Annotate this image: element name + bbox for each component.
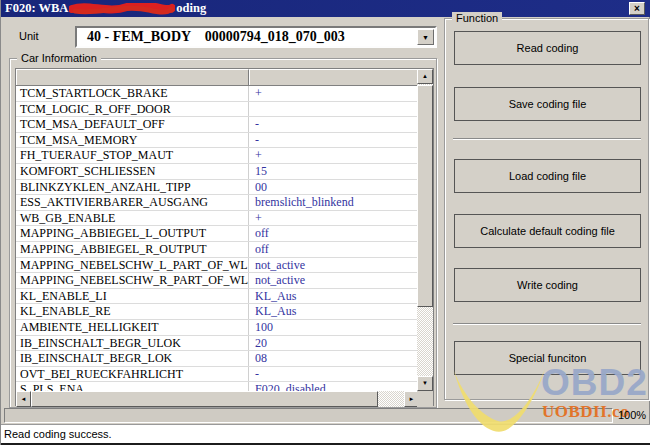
param-value: + <box>249 86 418 101</box>
param-value: 20 <box>249 336 418 351</box>
window-title-suffix: oding <box>176 1 206 16</box>
progress-bar <box>4 408 613 423</box>
param-name: TCM_MSA_DEFAULT_OFF <box>16 117 249 132</box>
param-name: FH_TUERAUF_STOP_MAUT <box>16 148 249 163</box>
unit-label: Unit <box>19 30 39 42</box>
param-value: 100 <box>249 320 418 335</box>
param-value: 00 <box>249 180 418 195</box>
param-value: - <box>249 367 418 382</box>
function-divider-2 <box>453 323 641 325</box>
param-value: - <box>249 133 418 148</box>
param-value: F020_disabled <box>249 382 418 391</box>
param-value: not_active <box>249 258 418 273</box>
param-value: off <box>249 226 418 241</box>
close-icon[interactable]: × <box>629 2 645 15</box>
table-row[interactable]: KL_ENABLE_LIKL_Aus <box>16 289 418 305</box>
param-name: MAPPING_ABBIEGEL_L_OUTPUT <box>16 226 249 241</box>
table-row[interactable]: IB_EINSCHALT_BEGR_ULOK20 <box>16 336 418 352</box>
special-function-button[interactable]: Special funciton <box>454 341 641 375</box>
table-row[interactable]: S_PLS_ENAF020_disabled <box>16 382 418 391</box>
param-value: bremslicht_blinkend <box>249 195 418 210</box>
status-message: Read coding success. <box>4 428 112 440</box>
coding-table: TCM_STARTLOCK_BRAKE+TCM_LOGIC_R_OFF_DOOR… <box>15 68 434 406</box>
param-value: off <box>249 242 418 257</box>
param-name: IB_EINSCHALT_BEGR_LOK <box>16 351 249 366</box>
calculate-default-coding-file-button[interactable]: Calculate default coding file <box>454 214 641 248</box>
param-name: MAPPING_ABBIEGEL_R_OUTPUT <box>16 242 249 257</box>
param-value: 08 <box>249 351 418 366</box>
table-row[interactable]: MAPPING_NEBELSCHW_R_PART_OF_WLnot_active <box>16 273 418 289</box>
param-value: + <box>249 211 418 226</box>
table-row[interactable]: MAPPING_ABBIEGEL_L_OUTPUToff <box>16 226 418 242</box>
table-row[interactable]: TCM_MSA_MEMORY- <box>16 133 418 149</box>
param-name: IB_EINSCHALT_BEGR_ULOK <box>16 336 249 351</box>
coding-table-header <box>16 69 418 86</box>
param-name: TCM_MSA_MEMORY <box>16 133 249 148</box>
scrollbar-corner <box>417 391 433 407</box>
param-name: BLINKZYKLEN_ANZAHL_TIPP <box>16 180 249 195</box>
table-row[interactable]: MAPPING_NEBELSCHW_L_PART_OF_WLnot_active <box>16 258 418 274</box>
param-value: + <box>249 148 418 163</box>
table-row[interactable]: AMBIENTE_HELLIGKEIT100 <box>16 320 418 336</box>
param-name: KL_ENABLE_LI <box>16 289 249 304</box>
table-row[interactable]: BLINKZYKLEN_ANZAHL_TIPP00 <box>16 180 418 196</box>
table-row[interactable]: ESS_AKTIVIERBARER_AUSGANGbremslicht_blin… <box>16 195 418 211</box>
function-groupbox: Function Read coding Save coding file Lo… <box>444 18 649 400</box>
table-row[interactable]: KOMFORT_SCHLIESSEN15 <box>16 164 418 180</box>
horizontal-scrollbar[interactable]: ◄ ► <box>16 391 419 407</box>
title-bar[interactable]: F020: WBAoding × <box>1 0 650 17</box>
table-row[interactable]: OVT_BEI_RUECKFAHRLICHT- <box>16 367 418 383</box>
unit-combobox[interactable]: 40 - FEM_BODY 00000794_018_070_003 ▼ <box>75 26 437 48</box>
read-coding-button[interactable]: Read coding <box>454 31 641 65</box>
table-row[interactable]: KL_ENABLE_REKL_Aus <box>16 304 418 320</box>
table-row[interactable]: WB_GB_ENABLE+ <box>16 211 418 227</box>
vertical-scrollbar-thumb[interactable] <box>417 85 433 307</box>
param-value: 15 <box>249 164 418 179</box>
car-information-legend: Car Information <box>17 52 101 64</box>
window-title: F020: WBAoding <box>5 1 206 16</box>
chevron-down-icon[interactable]: ▼ <box>417 29 434 45</box>
param-value: not_active <box>249 273 418 288</box>
param-name: KL_ENABLE_RE <box>16 304 249 319</box>
table-row[interactable]: TCM_STARTLOCK_BRAKE+ <box>16 86 418 102</box>
unit-combobox-value: 40 - FEM_BODY 00000794_018_070_003 <box>77 28 435 46</box>
table-row[interactable]: MAPPING_ABBIEGEL_R_OUTPUToff <box>16 242 418 258</box>
table-row[interactable]: FH_TUERAUF_STOP_MAUT+ <box>16 148 418 164</box>
table-row[interactable]: TCM_LOGIC_R_OFF_DOOR <box>16 102 418 118</box>
param-name: MAPPING_NEBELSCHW_R_PART_OF_WL <box>16 273 249 288</box>
status-bar: Read coding success. <box>1 424 650 443</box>
param-name: WB_GB_ENABLE <box>16 211 249 226</box>
scroll-down-icon[interactable]: ▼ <box>417 376 433 391</box>
vin-redaction-scribble <box>69 3 175 15</box>
param-value: KL_Aus <box>249 304 418 319</box>
param-name: S_PLS_ENA <box>16 382 249 391</box>
scroll-left-icon[interactable]: ◄ <box>16 391 31 407</box>
param-name: KOMFORT_SCHLIESSEN <box>16 164 249 179</box>
param-name: AMBIENTE_HELLIGKEIT <box>16 320 249 335</box>
progress-percentage: 100% <box>615 409 649 421</box>
scroll-up-icon[interactable]: ▲ <box>417 69 433 84</box>
param-name: ESS_AKTIVIERBARER_AUSGANG <box>16 195 249 210</box>
param-name: TCM_STARTLOCK_BRAKE <box>16 86 249 101</box>
load-coding-file-button[interactable]: Load coding file <box>454 159 641 193</box>
function-legend: Function <box>452 12 502 24</box>
save-coding-file-button[interactable]: Save coding file <box>454 87 641 121</box>
table-row[interactable]: IB_EINSCHALT_BEGR_LOK08 <box>16 351 418 367</box>
param-value <box>249 102 418 117</box>
coding-tool-window: F020: WBAoding × Unit 40 - FEM_BODY 0000… <box>0 0 650 445</box>
function-divider-1 <box>453 138 641 140</box>
write-coding-button[interactable]: Write coding <box>454 268 641 302</box>
param-value: KL_Aus <box>249 289 418 304</box>
horizontal-scrollbar-thumb[interactable] <box>31 391 378 407</box>
header-cell-name[interactable] <box>16 69 249 85</box>
param-name: OVT_BEI_RUECKFAHRLICHT <box>16 367 249 382</box>
header-cell-value[interactable] <box>249 69 418 85</box>
vertical-scrollbar[interactable]: ▲ ▼ <box>417 69 433 391</box>
window-title-prefix: F020: WBA <box>5 1 68 16</box>
coding-table-body: TCM_STARTLOCK_BRAKE+TCM_LOGIC_R_OFF_DOOR… <box>16 86 418 391</box>
table-row[interactable]: TCM_MSA_DEFAULT_OFF- <box>16 117 418 133</box>
param-name: MAPPING_NEBELSCHW_L_PART_OF_WL <box>16 258 249 273</box>
param-name: TCM_LOGIC_R_OFF_DOOR <box>16 102 249 117</box>
param-value: - <box>249 117 418 132</box>
